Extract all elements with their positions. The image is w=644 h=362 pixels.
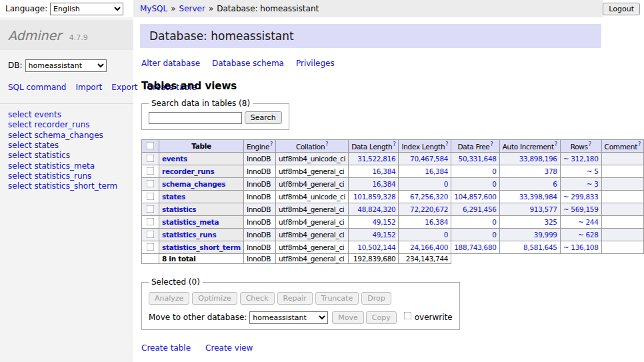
row-checkbox[interactable]	[147, 167, 155, 175]
rows-link[interactable]: ~ 136,108	[563, 243, 599, 251]
help-link[interactable]: ?	[589, 141, 591, 147]
rows-link[interactable]: ~ 312,180	[563, 155, 599, 163]
row-checkbox[interactable]	[147, 180, 155, 188]
app-name[interactable]: Adminer	[8, 28, 61, 43]
db-action-privileges[interactable]: Privileges	[296, 59, 335, 68]
move-db-select[interactable]: homeassistant	[249, 311, 328, 324]
check-button[interactable]: Check	[240, 292, 275, 305]
table-link-events[interactable]: events	[162, 155, 187, 163]
row-checkbox[interactable]	[147, 205, 155, 213]
optimize-button[interactable]: Optimize	[192, 292, 237, 305]
db-action-database-schema[interactable]: Database schema	[212, 59, 284, 68]
help-link[interactable]: ?	[491, 141, 493, 147]
data-free-link[interactable]: 104,857,600	[454, 193, 497, 201]
data-length-link[interactable]: 10,502,144	[357, 243, 395, 251]
copy-button[interactable]: Copy	[366, 311, 397, 324]
data-free-link[interactable]: 0	[492, 231, 496, 239]
rows-link[interactable]: ~ 3	[587, 180, 599, 188]
sidebar-table-link-select-states[interactable]: select states	[8, 141, 59, 150]
search-button[interactable]: Search	[245, 111, 282, 124]
data-length-link[interactable]: 49,152	[372, 231, 395, 239]
rows-link[interactable]: ~ 628	[578, 231, 599, 239]
table-link-recorder-runs[interactable]: recorder_runs	[162, 167, 214, 175]
index-length-link[interactable]: 16,384	[425, 167, 448, 175]
index-length-link[interactable]: 24,166,400	[410, 243, 448, 251]
data-length-link[interactable]: 16,384	[372, 180, 395, 188]
breadcrumb-link-mysql[interactable]: MySQL	[140, 4, 167, 13]
table-link-statistics-runs[interactable]: statistics_runs	[162, 231, 216, 239]
index-length-link[interactable]: 67,256,320	[410, 193, 448, 201]
help-link[interactable]: ?	[638, 141, 641, 147]
logout-button[interactable]: Logout	[603, 3, 640, 15]
analyze-button[interactable]: Analyze	[149, 292, 189, 305]
data-free-link[interactable]: 188,743,680	[454, 243, 497, 251]
sidebar-table-link-select-statistics-short-term[interactable]: select statistics_short_term	[8, 181, 117, 191]
row-checkbox[interactable]	[147, 243, 155, 251]
auto-increment-link[interactable]: 378	[545, 167, 557, 175]
truncate-button[interactable]: Truncate	[315, 292, 359, 305]
table-link-statistics[interactable]: statistics	[162, 205, 196, 213]
select-all-checkbox[interactable]	[147, 142, 155, 150]
data-free-link[interactable]: 6,291,456	[463, 205, 497, 213]
overwrite-option[interactable]: overwrite	[402, 313, 453, 322]
rows-link[interactable]: ~ 244	[578, 218, 599, 226]
table-link-statistics-short-term[interactable]: statistics_short_term	[162, 243, 241, 251]
index-length-link[interactable]: 72,220,672	[410, 205, 448, 213]
data-length-link[interactable]: 101,859,328	[353, 193, 396, 201]
help-link[interactable]: ?	[325, 141, 328, 147]
auto-increment-link[interactable]: 913,577	[529, 205, 557, 213]
table-link-schema-changes[interactable]: schema_changes	[162, 180, 225, 188]
overwrite-checkbox[interactable]	[403, 312, 411, 320]
create-view-link[interactable]: Create view	[205, 343, 253, 353]
data-length-link[interactable]: 48,824,320	[357, 205, 395, 213]
index-length-link[interactable]: 16,384	[425, 218, 448, 226]
sidebar-table-link-select-events[interactable]: select events	[8, 110, 61, 119]
table-link-statistics-meta[interactable]: statistics_meta	[162, 218, 219, 226]
data-length-link[interactable]: 16,384	[372, 167, 395, 175]
auto-increment-link[interactable]: 8,581,645	[523, 243, 557, 251]
db-action-alter-database[interactable]: Alter database	[141, 59, 200, 68]
data-free-link[interactable]: 0	[492, 180, 496, 188]
index-length-link[interactable]: 0	[444, 231, 448, 239]
table-link-states[interactable]: states	[162, 193, 185, 201]
sidebar-link-sql-command[interactable]: SQL command	[8, 83, 66, 92]
auto-increment-link[interactable]: 33,398,984	[519, 193, 557, 201]
help-link[interactable]: ?	[445, 141, 448, 147]
row-checkbox[interactable]	[147, 231, 155, 239]
data-free-link[interactable]: 50,331,648	[459, 155, 497, 163]
row-checkbox[interactable]	[147, 218, 155, 226]
index-length-link[interactable]: 0	[444, 180, 448, 188]
index-length-link[interactable]: 70,467,584	[410, 155, 448, 163]
help-link[interactable]: ?	[393, 141, 395, 147]
db-select[interactable]: homeassistant	[25, 59, 107, 72]
search-input[interactable]	[149, 112, 242, 124]
sidebar-table-link-select-schema-changes[interactable]: select schema_changes	[8, 131, 103, 140]
data-free-link[interactable]: 0	[492, 167, 496, 175]
language-select[interactable]: English	[50, 3, 123, 15]
sidebar-link-import[interactable]: Import	[75, 83, 102, 92]
data-length-link[interactable]: 31,522,816	[357, 155, 395, 163]
sidebar-table-link-select-statistics-runs[interactable]: select statistics_runs	[8, 171, 91, 181]
row-checkbox[interactable]	[147, 193, 155, 201]
auto-increment-link[interactable]: 39,999	[534, 231, 557, 239]
create-table-link[interactable]: Create table	[141, 343, 191, 353]
sidebar-table-link-select-statistics[interactable]: select statistics	[8, 151, 70, 160]
help-link[interactable]: ?	[270, 141, 273, 147]
auto-increment-link[interactable]: 6	[553, 180, 557, 188]
help-link[interactable]: ?	[555, 141, 557, 147]
repair-button[interactable]: Repair	[277, 292, 313, 305]
auto-increment-link[interactable]: 33,898,196	[519, 155, 557, 163]
data-length-link[interactable]: 49,152	[372, 218, 395, 226]
auto-increment-link[interactable]: 325	[545, 218, 557, 226]
rows-link[interactable]: ~ 569,159	[563, 205, 599, 213]
rows-link[interactable]: ~ 5	[587, 167, 599, 175]
row-checkbox[interactable]	[147, 155, 155, 163]
sidebar-link-export[interactable]: Export	[111, 83, 137, 92]
sidebar-table-link-select-statistics-meta[interactable]: select statistics_meta	[8, 161, 95, 171]
drop-button[interactable]: Drop	[361, 292, 391, 305]
move-button[interactable]: Move	[332, 311, 364, 324]
sidebar-table-link-select-recorder-runs[interactable]: select recorder_runs	[8, 120, 90, 129]
data-free-link[interactable]: 0	[492, 218, 496, 226]
rows-link[interactable]: ~ 299,833	[563, 193, 599, 201]
breadcrumb-link-server[interactable]: Server	[179, 4, 205, 13]
